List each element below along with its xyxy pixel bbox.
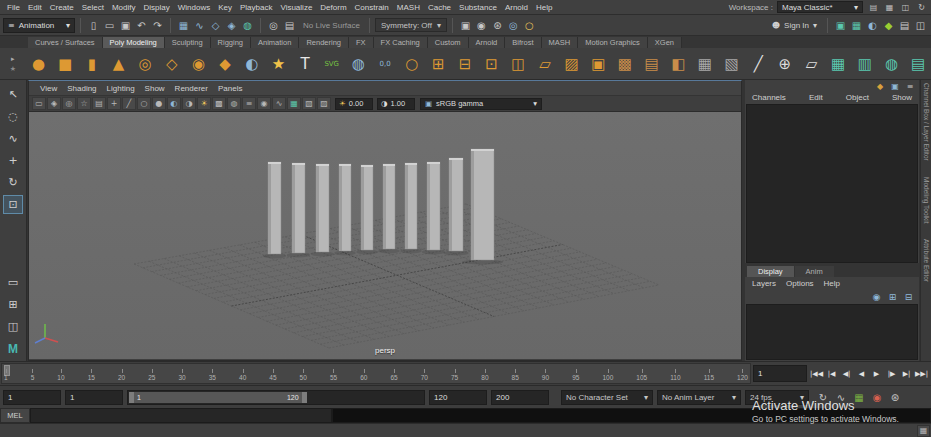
uv-planar-icon[interactable]: ▦ — [825, 50, 851, 77]
ambient-occlusion-icon[interactable]: ◍ — [227, 97, 241, 110]
wireframe-icon[interactable]: ○ — [137, 97, 151, 110]
panel-menu-item[interactable]: Show — [141, 84, 169, 93]
grease-pencil-icon[interactable]: ╱ — [122, 97, 136, 110]
use-default-material-icon[interactable]: ◑ — [182, 97, 196, 110]
sidebar-panel-tab[interactable]: Attribute Editor — [923, 239, 930, 282]
shelf-tab[interactable]: Arnold — [469, 37, 506, 48]
four-pane-layout-icon[interactable]: ⊞ — [3, 295, 23, 314]
mirror-icon[interactable]: ◧ — [665, 50, 691, 77]
poly-torus-icon[interactable]: ◎ — [132, 50, 158, 77]
boolean-difference-icon[interactable]: ⊟ — [452, 50, 478, 77]
step-back-key-button[interactable]: |◀ — [824, 365, 839, 382]
animation-start-field[interactable]: 1 — [3, 390, 61, 405]
playback-end-field[interactable]: 120 — [429, 390, 487, 405]
menu-item[interactable]: Playback — [236, 3, 276, 12]
layer-editor-menu-item[interactable]: Help — [824, 279, 840, 288]
shelf-tab[interactable]: FX Caching — [374, 37, 428, 48]
playback-start-field[interactable]: 1 — [65, 390, 123, 405]
snap-to-point-icon[interactable]: ◇ — [208, 17, 223, 33]
poly-pipe-icon[interactable]: ○ — [399, 50, 425, 77]
step-back-frame-button[interactable]: ◀| — [839, 365, 854, 382]
shelf-tab[interactable]: Rigging — [211, 37, 251, 48]
sign-in-button[interactable]: ☻ Sign In ▾ — [767, 21, 822, 30]
retopologize-icon[interactable]: ▧ — [719, 50, 745, 77]
shelf-tab[interactable]: MASH — [542, 37, 579, 48]
sidebar-panel-tab[interactable]: Modeling Toolkit — [923, 177, 930, 224]
menu-set-dropdown[interactable]: ≡ Animation ▾ — [3, 18, 75, 33]
shelf-tab[interactable]: FX — [349, 37, 374, 48]
poly-cone-icon[interactable]: ▲ — [106, 50, 132, 77]
new-scene-icon[interactable]: ▯ — [86, 17, 101, 33]
ipr-render-icon[interactable]: ◉ — [474, 17, 489, 33]
layer-editor-tab[interactable]: Display — [747, 266, 794, 277]
uv-cylindrical-icon[interactable]: ▥ — [852, 50, 878, 77]
channel-box-menu-item[interactable]: Show — [892, 93, 912, 102]
outliner-toggle-icon[interactable]: ◫ — [913, 17, 928, 33]
time-slider[interactable]: 1510152025303540455055606570758085909510… — [1, 363, 751, 384]
view-transform-dropdown[interactable]: ▣ sRGB gamma ▾ — [420, 98, 542, 110]
go-to-start-button[interactable]: |◀◀ — [809, 365, 824, 382]
boolean-intersection-icon[interactable]: ⊡ — [479, 50, 505, 77]
uv-editor-icon[interactable]: ▦ — [849, 17, 864, 33]
workspace-grid-icon[interactable]: ▦ — [883, 1, 896, 13]
lighting-icon[interactable]: ☀ — [197, 97, 211, 110]
animation-end-field[interactable]: 200 — [491, 390, 549, 405]
workspace-dropdown[interactable]: Maya Classic* ▾ — [777, 1, 863, 13]
panel-menu-item[interactable]: View — [36, 84, 61, 93]
shelf-tab[interactable]: Rendering — [299, 37, 349, 48]
menu-item[interactable]: Substance — [455, 3, 501, 12]
menu-item[interactable]: MASH — [393, 3, 424, 12]
modeling-toolkit-icon[interactable]: ▣ — [833, 17, 848, 33]
menu-item[interactable]: Edit — [24, 3, 46, 12]
channel-pin-icon[interactable]: ◆ — [874, 81, 886, 91]
anim-preferences-icon[interactable]: ⊛ — [887, 389, 903, 405]
select-tool-icon[interactable]: ↖ — [3, 85, 23, 104]
image-plane-icon[interactable]: ▤ — [92, 97, 106, 110]
origin-locator-icon[interactable]: 0,0 — [372, 50, 398, 77]
go-to-end-button[interactable]: ▶▶| — [914, 365, 929, 382]
shelf-tab[interactable]: Poly Modeling — [103, 37, 165, 48]
lasso-tool-icon[interactable]: ◌ — [3, 107, 23, 126]
play-forwards-button[interactable]: ▶ — [869, 365, 884, 382]
menu-item[interactable]: Cache — [424, 3, 455, 12]
camera-attributes-icon[interactable]: ◎ — [62, 97, 76, 110]
scale-tool-icon[interactable]: ⊡ — [3, 195, 23, 214]
paint-select-tool-icon[interactable]: ∿ — [3, 129, 23, 148]
shelf-tab[interactable]: Custom — [428, 37, 469, 48]
viewport-canvas[interactable]: persp — [29, 112, 741, 359]
panel-menu-item[interactable]: Shading — [63, 84, 100, 93]
lock-camera-icon[interactable]: ◈ — [47, 97, 61, 110]
platonic-solid-icon[interactable]: ◆ — [212, 50, 238, 77]
save-scene-icon[interactable]: ▣ — [118, 17, 133, 33]
undo-icon[interactable]: ↶ — [134, 17, 149, 33]
super-shapes-icon[interactable]: ★ — [266, 50, 292, 77]
menu-item[interactable]: Select — [78, 3, 108, 12]
menu-item[interactable]: Create — [46, 3, 78, 12]
single-pane-layout-icon[interactable]: ▭ — [3, 273, 23, 292]
live-surface-label[interactable]: No Live Surface — [299, 21, 364, 30]
render-settings-icon[interactable]: ⊛ — [490, 17, 505, 33]
shelf-tab[interactable]: XGen — [648, 37, 682, 48]
gamma-field[interactable]: ◑ 1.00 — [377, 98, 415, 110]
channel-box-menu-item[interactable]: Object — [846, 93, 869, 102]
symmetry-dropdown[interactable]: Symmetry: Off ▾ — [375, 18, 447, 32]
xgen-icon[interactable]: ◆ — [881, 17, 896, 33]
shelf-tab[interactable]: Animation — [251, 37, 299, 48]
poly-cylinder-icon[interactable]: ▮ — [79, 50, 105, 77]
playback-range-bar[interactable]: 1 120 — [129, 392, 307, 403]
shelf-tab[interactable]: Motion Graphics — [578, 37, 648, 48]
auto-key-icon[interactable]: ◉ — [869, 389, 885, 405]
light-editor-icon[interactable]: ○ — [522, 17, 537, 33]
mute-all-icon[interactable]: ▦ — [851, 389, 867, 405]
quad-draw-icon[interactable]: ▱ — [799, 50, 825, 77]
layer-editor-tab[interactable]: Anim — [795, 266, 834, 277]
maya-logo-icon[interactable]: M — [3, 339, 23, 358]
pan-zoom-icon[interactable]: + — [107, 97, 121, 110]
menu-item[interactable]: Key — [214, 3, 236, 12]
attribute-spreadsheet-icon[interactable]: ▤ — [897, 17, 912, 33]
shelf-star-icon[interactable]: ★ — [10, 65, 16, 73]
target-weld-icon[interactable]: ⊕ — [772, 50, 798, 77]
boolean-union-icon[interactable]: ⊞ — [426, 50, 452, 77]
shaded-icon[interactable]: ● — [152, 97, 166, 110]
workspace-save-icon[interactable]: ▤ — [867, 1, 880, 13]
